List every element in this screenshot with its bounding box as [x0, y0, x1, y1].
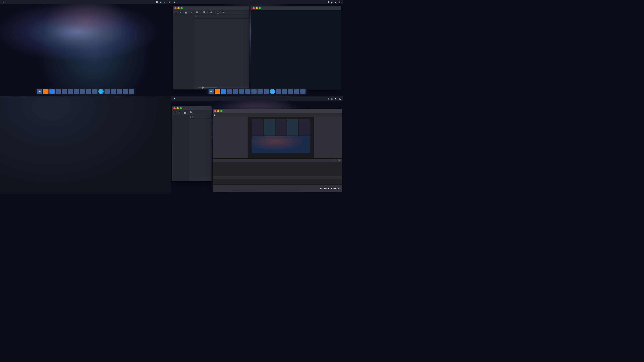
control-button[interactable]: ⚙ — [222, 11, 227, 14]
maximize-icon[interactable] — [180, 107, 182, 109]
view-details[interactable]: ☰ — [195, 11, 199, 14]
app-menu-icon[interactable]: ✦ — [174, 1, 175, 4]
video-sequencer[interactable]: ☐ — [213, 159, 342, 185]
close-icon[interactable] — [252, 7, 255, 9]
dock-icon[interactable] — [62, 89, 67, 94]
blender-logo-icon[interactable]: ◉ — [214, 114, 216, 116]
vse-preview[interactable] — [248, 117, 314, 158]
volume-icon[interactable]: 🔈 — [331, 1, 334, 4]
dock-icon[interactable] — [74, 89, 79, 94]
search-prompt[interactable] — [0, 103, 171, 110]
close-icon[interactable] — [174, 7, 176, 9]
chromium-icon[interactable] — [50, 89, 54, 94]
properties-panel — [213, 117, 248, 158]
timeline[interactable]: ⏮ ◀◀ ◀ ▶ ▶▶ ⏭ — [213, 185, 342, 192]
back-button[interactable]: ‹ — [174, 111, 176, 114]
minimize-icon[interactable] — [178, 7, 180, 9]
use-backdrop[interactable]: ☐ — [338, 159, 340, 161]
dock-icon[interactable] — [227, 89, 232, 94]
firefox-icon[interactable] — [43, 89, 48, 94]
outliner-panel — [314, 117, 342, 158]
play-prev-icon[interactable]: ◀◀ — [324, 187, 326, 190]
app-menu-icon[interactable]: ✦ — [2, 1, 4, 4]
volume-icon[interactable]: 🔈 — [331, 97, 334, 100]
logout-icon[interactable]: ⏻ — [339, 1, 341, 4]
terminal-output[interactable] — [251, 10, 341, 89]
chromium-icon[interactable] — [221, 89, 226, 94]
maximize-icon[interactable] — [180, 7, 183, 9]
network-icon[interactable]: ≣ — [328, 97, 329, 100]
logout-icon[interactable]: ⏻ — [339, 97, 341, 100]
dock-q1[interactable]: ✦ — [35, 88, 136, 95]
dock-q2[interactable]: ✦ — [207, 88, 308, 95]
show-desktop-icon[interactable] — [300, 89, 306, 94]
split-button[interactable]: ◫ — [216, 11, 220, 14]
close-icon[interactable] — [214, 110, 216, 112]
clipboard-icon[interactable]: ▾ — [335, 97, 336, 100]
view-compact[interactable]: ≡ — [190, 11, 193, 14]
dock-icon[interactable] — [104, 89, 110, 94]
preview-button[interactable]: 👁 — [209, 11, 214, 14]
top-panel-q1: ✦ ≣ 🔈 ▾ ⏻ — [0, 0, 171, 4]
find-button[interactable]: 🔍 — [202, 11, 208, 14]
dolphin-icon[interactable] — [123, 89, 128, 94]
places-panel — [172, 115, 189, 181]
dock-icon[interactable] — [276, 89, 281, 94]
play-start-icon[interactable]: ⏮ — [320, 187, 322, 190]
dock-icon[interactable] — [288, 89, 293, 94]
dolphin-icon[interactable] — [294, 89, 300, 94]
firefox-icon[interactable] — [215, 89, 220, 94]
dock-icon[interactable] — [264, 89, 269, 94]
show-desktop-icon[interactable] — [129, 89, 134, 94]
dolphin-screenshots-window: ‹ › ▦ 🔍 ▸ › — [172, 106, 212, 181]
dock-icon[interactable] — [233, 89, 238, 94]
dock-icon[interactable] — [111, 89, 116, 94]
minimize-icon[interactable] — [217, 110, 219, 112]
dock-icon[interactable] — [117, 89, 122, 94]
find-button[interactable]: 🔍 — [188, 111, 194, 114]
top-panel-q2: ✦ ≣ 🔈 ▾ ⏻ — [171, 0, 343, 4]
network-icon[interactable]: ≣ — [156, 1, 158, 4]
refresh-sequencer[interactable] — [334, 160, 336, 161]
minimize-icon[interactable] — [256, 7, 258, 9]
dock-icon[interactable] — [239, 89, 244, 94]
dock-icon[interactable] — [282, 89, 287, 94]
launcher-icon[interactable]: ✦ — [37, 89, 42, 94]
view-icons[interactable]: ▦ — [184, 11, 188, 14]
dock-icon[interactable] — [68, 89, 73, 94]
top-panel-q4: ✦ ≣ 🔈 ▾ ⏻ — [171, 96, 343, 101]
dock-icon[interactable] — [80, 89, 85, 94]
play-end-icon[interactable]: ⏭ — [338, 187, 340, 190]
konsole-window — [251, 6, 341, 90]
breadcrumb[interactable]: ▸ — [194, 15, 249, 19]
maximize-icon[interactable] — [220, 110, 222, 112]
clipboard-icon[interactable]: ▾ — [164, 1, 165, 4]
close-icon[interactable] — [174, 107, 176, 109]
play-icon[interactable]: ▶ — [331, 187, 332, 190]
network-icon[interactable]: ≣ — [328, 1, 329, 4]
play-reverse-icon[interactable]: ◀ — [328, 187, 329, 190]
dock-icon[interactable] — [258, 89, 263, 94]
dock-icon[interactable] — [86, 89, 91, 94]
desktop-wallpaper — [0, 4, 171, 96]
dock-icon[interactable] — [92, 89, 98, 94]
logout-icon[interactable]: ⏻ — [168, 1, 170, 4]
volume-icon[interactable]: 🔈 — [159, 1, 162, 4]
view-icons[interactable]: ▦ — [183, 111, 187, 114]
places-panel — [173, 15, 194, 89]
forward-button[interactable]: › — [179, 11, 182, 14]
minimize-icon[interactable] — [176, 107, 179, 109]
telegram-icon[interactable] — [98, 89, 104, 94]
dock-icon[interactable] — [252, 89, 256, 94]
telegram-icon[interactable] — [270, 89, 275, 94]
back-button[interactable]: ‹ — [174, 11, 178, 14]
maximize-icon[interactable] — [259, 7, 261, 9]
play-next-icon[interactable]: ▶▶ — [334, 187, 336, 190]
app-menu-icon[interactable]: ✦ — [174, 97, 175, 100]
clipboard-icon[interactable]: ▾ — [335, 1, 336, 4]
launcher-icon[interactable]: ✦ — [208, 89, 214, 94]
breadcrumb[interactable]: ▸ › — [189, 115, 212, 119]
forward-button[interactable]: › — [178, 111, 181, 114]
dock-icon[interactable] — [245, 89, 250, 94]
dock-icon[interactable] — [56, 89, 61, 94]
